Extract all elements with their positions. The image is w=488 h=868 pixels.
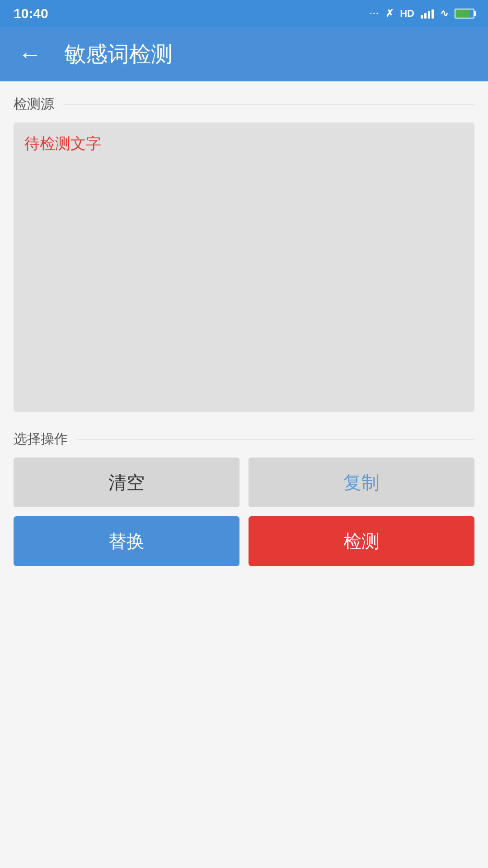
status-icons: ··· ✗ HD ∿ (370, 8, 474, 19)
text-input[interactable] (24, 133, 464, 401)
status-time: 10:40 (14, 6, 48, 21)
battery-icon (455, 9, 474, 19)
status-bar: 10:40 ··· ✗ HD ∿ (0, 0, 488, 27)
dots-icon: ··· (370, 9, 379, 19)
main-content: 检测源 选择操作 清空 复制 替换 检测 (0, 81, 488, 868)
copy-button[interactable]: 复制 (249, 458, 474, 507)
buttons-container: 清空 复制 替换 检测 (0, 453, 488, 571)
app-bar: ← 敏感词检测 (0, 27, 488, 81)
operation-label: 选择操作 (14, 430, 68, 448)
detection-source-section: 检测源 (0, 81, 488, 118)
hd-label: HD (400, 8, 414, 19)
detection-source-divider (63, 104, 474, 104)
buttons-row-1: 清空 复制 (14, 458, 474, 507)
back-button[interactable]: ← (14, 38, 46, 71)
operation-divider (77, 439, 474, 439)
clear-button[interactable]: 清空 (14, 458, 239, 507)
detect-button[interactable]: 检测 (249, 516, 474, 566)
operation-section: 选择操作 (0, 416, 488, 453)
wifi-icon: ∿ (440, 8, 448, 19)
detection-source-label: 检测源 (14, 95, 54, 113)
buttons-row-2: 替换 检测 (14, 516, 474, 566)
signal-icon (421, 9, 434, 19)
page-title: 敏感词检测 (64, 40, 173, 69)
replace-button[interactable]: 替换 (14, 516, 239, 566)
text-input-container (14, 123, 474, 412)
bluetooth-icon: ✗ (385, 8, 394, 19)
